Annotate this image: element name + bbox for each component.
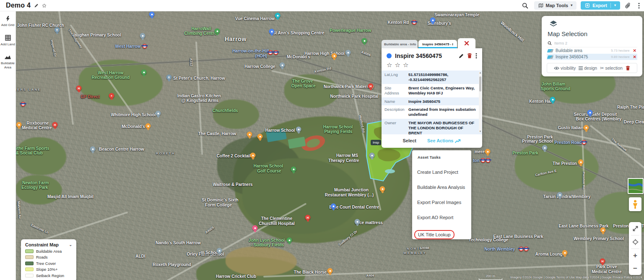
- buildable-area-button[interactable]: Buildable Area: [0, 54, 16, 69]
- map-marker[interactable]: [542, 145, 548, 151]
- map-marker[interactable]: [296, 127, 301, 132]
- map-marker[interactable]: H: [52, 122, 58, 128]
- locate-button[interactable]: [629, 236, 641, 249]
- map-marker[interactable]: [257, 134, 263, 139]
- tab-inspire-info[interactable]: Inspire 34560475 - I: [418, 40, 457, 48]
- star-icon[interactable]: ☆: [387, 62, 392, 68]
- map-type-thumbnail[interactable]: [628, 178, 644, 194]
- selection-row-buildable-area[interactable]: Buildable area 5.73 hectare ✕: [547, 47, 637, 54]
- map-marker[interactable]: [355, 219, 360, 225]
- visibility-toggle[interactable]: visibility: [554, 65, 576, 71]
- map-marker[interactable]: [280, 63, 285, 68]
- popup-kebab-menu-icon[interactable]: [475, 53, 477, 59]
- star-icon[interactable]: ☆: [395, 62, 400, 68]
- map-marker[interactable]: [584, 125, 589, 131]
- expand-button[interactable]: [629, 222, 641, 235]
- chevron-down-icon[interactable]: ▾: [614, 4, 616, 7]
- parcel-label-chip[interactable]: Insp: [371, 140, 381, 145]
- map-tools-button[interactable]: Map Tools ▾: [534, 1, 577, 10]
- edit-feature-pencil-icon[interactable]: [458, 53, 464, 59]
- kebab-menu-icon[interactable]: [638, 3, 640, 9]
- map-marker[interactable]: [524, 247, 529, 251]
- map-marker[interactable]: [140, 33, 145, 39]
- delete-selection-button[interactable]: [626, 65, 630, 71]
- search-icon[interactable]: [522, 3, 528, 9]
- see-actions-button[interactable]: See Actions: [427, 138, 461, 143]
- zoom-out-button[interactable]: −: [629, 262, 641, 275]
- menu-item-export-ao-report[interactable]: Export AO Report: [417, 215, 471, 220]
- remove-layer-x-icon[interactable]: ✕: [632, 55, 636, 59]
- map-marker[interactable]: H: [368, 84, 374, 89]
- map-marker[interactable]: ✝: [55, 27, 60, 33]
- map-marker[interactable]: [562, 250, 568, 256]
- map-marker[interactable]: [269, 29, 275, 34]
- menu-item-create-land-project[interactable]: Create Land Project: [417, 170, 471, 175]
- map-marker[interactable]: [217, 248, 222, 254]
- scroll-up-arrow[interactable]: ▲: [479, 71, 482, 74]
- map-marker[interactable]: [247, 132, 252, 137]
- map-marker[interactable]: [291, 167, 296, 172]
- map-marker[interactable]: [362, 38, 367, 44]
- map-marker[interactable]: [412, 20, 417, 25]
- design-button[interactable]: design: [579, 65, 597, 71]
- legend-title[interactable]: Constraint Map ⌄: [25, 242, 72, 247]
- select-button[interactable]: Select: [403, 138, 416, 143]
- map-marker[interactable]: [141, 70, 147, 75]
- delete-feature-trash-icon[interactable]: [467, 53, 472, 59]
- map-marker[interactable]: [380, 186, 385, 192]
- table-scrollbar[interactable]: ▲ ▼: [479, 71, 482, 133]
- map-marker[interactable]: H: [305, 215, 311, 220]
- map-marker[interactable]: [557, 192, 563, 198]
- map-marker[interactable]: [250, 153, 256, 158]
- map-marker[interactable]: [145, 123, 151, 129]
- selection-row-inspire[interactable]: Inspire 34560475 9.89 hectare ✕: [547, 54, 637, 60]
- remove-layer-x-icon[interactable]: ✕: [632, 48, 636, 53]
- street-view-pegman-button[interactable]: [629, 197, 641, 211]
- zoom-in-button[interactable]: +: [629, 249, 641, 262]
- map-marker[interactable]: +: [109, 93, 114, 99]
- edit-title-pencil-icon[interactable]: [34, 3, 39, 8]
- export-button[interactable]: Export ▾: [581, 1, 620, 10]
- selection-search[interactable]: Items 2: [547, 41, 637, 47]
- map-marker[interactable]: [430, 18, 436, 23]
- map-marker[interactable]: [331, 204, 336, 209]
- map-marker[interactable]: [587, 110, 593, 115]
- tab-buildable-area-info[interactable]: Buildable area - Info: [382, 40, 418, 48]
- map-marker[interactable]: [215, 29, 220, 34]
- menu-item-buildable-area-analysis[interactable]: Buildable Area Analysis: [417, 185, 471, 190]
- map-marker[interactable]: [582, 140, 587, 145]
- scroll-down-arrow[interactable]: ▼: [479, 130, 482, 133]
- map-marker[interactable]: [550, 97, 556, 102]
- menu-item-export-parcel-images[interactable]: Export Parcel Images: [417, 200, 471, 205]
- selection-cut-button[interactable]: ✂ selection: [600, 65, 623, 71]
- map-marker[interactable]: [578, 160, 584, 165]
- map-marker[interactable]: [369, 153, 375, 158]
- map-marker[interactable]: H: [600, 259, 605, 264]
- map-marker[interactable]: ✝: [166, 75, 172, 80]
- map-marker[interactable]: [274, 50, 278, 55]
- map-marker[interactable]: [287, 238, 292, 243]
- add-grid-button[interactable]: Add Grid: [0, 16, 16, 27]
- popup-close-button[interactable]: [458, 38, 475, 48]
- map-marker[interactable]: H: [76, 86, 82, 91]
- map-marker[interactable]: [143, 44, 147, 49]
- map-marker[interactable]: [90, 147, 96, 152]
- map-marker[interactable]: [485, 149, 491, 154]
- map-marker[interactable]: [252, 225, 258, 231]
- menu-item-uk-title-lookup[interactable]: UK Title Lookup: [417, 230, 471, 239]
- map-marker[interactable]: [327, 268, 333, 274]
- paperclip-icon[interactable]: [625, 3, 631, 9]
- scrollbar-thumb[interactable]: [479, 76, 481, 92]
- map-marker[interactable]: [275, 13, 280, 18]
- map-marker[interactable]: [600, 228, 606, 233]
- map-marker[interactable]: [16, 122, 22, 128]
- map-marker[interactable]: [332, 53, 337, 59]
- star-icon[interactable]: ☆: [403, 62, 408, 68]
- map-marker[interactable]: [21, 102, 26, 107]
- map-marker[interactable]: [156, 111, 161, 116]
- map-marker[interactable]: [268, 50, 273, 55]
- map-marker[interactable]: [486, 158, 491, 163]
- map-marker[interactable]: [345, 50, 351, 55]
- map-marker[interactable]: [149, 12, 155, 17]
- favorite-star-icon[interactable]: [42, 3, 47, 8]
